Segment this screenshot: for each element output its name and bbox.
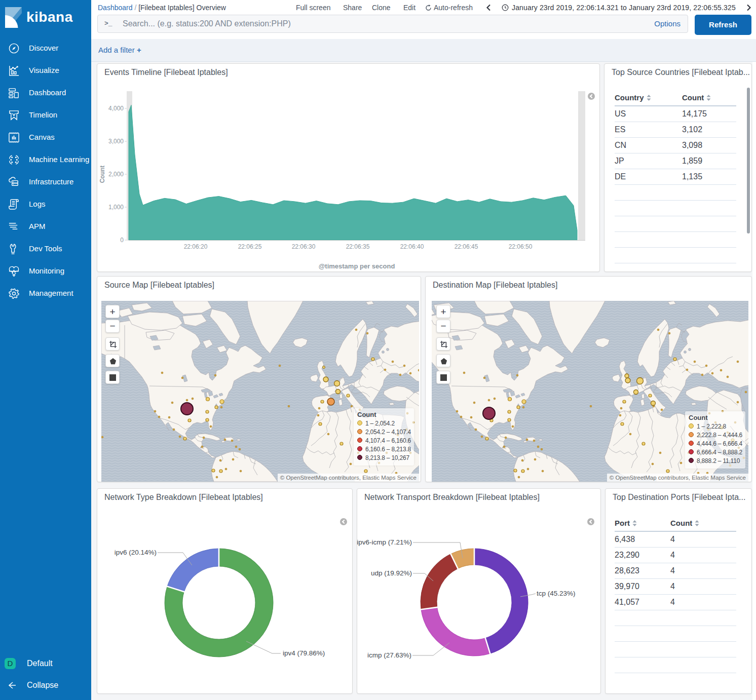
svg-text:22:06:50: 22:06:50: [509, 243, 533, 250]
svg-text:0: 0: [120, 237, 124, 244]
svg-text:Count: Count: [99, 166, 106, 183]
svg-text:4,000: 4,000: [108, 105, 124, 112]
svg-text:@timestamp per second: @timestamp per second: [319, 262, 395, 270]
svg-text:22:06:20: 22:06:20: [184, 243, 208, 250]
svg-text:22:06:30: 22:06:30: [292, 243, 316, 250]
svg-text:22:06:35: 22:06:35: [346, 243, 370, 250]
svg-text:22:06:45: 22:06:45: [455, 243, 478, 250]
svg-text:3,000: 3,000: [108, 138, 124, 145]
svg-text:1,000: 1,000: [108, 204, 124, 211]
svg-text:2,000: 2,000: [108, 171, 124, 178]
svg-text:22:06:40: 22:06:40: [400, 243, 424, 250]
svg-text:22:06:25: 22:06:25: [238, 243, 262, 250]
